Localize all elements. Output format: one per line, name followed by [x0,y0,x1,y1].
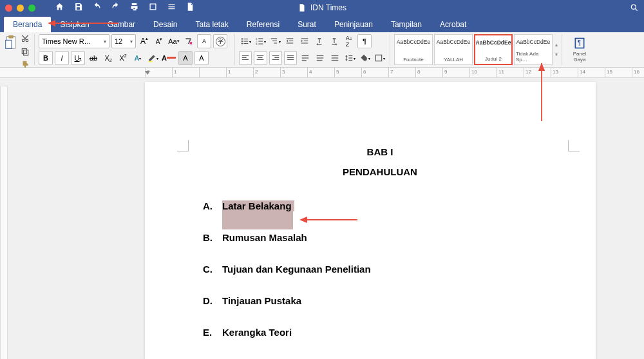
numbering-button[interactable]: 123▾ [254,35,267,48]
zoom-window[interactable] [28,5,35,12]
svg-rect-36 [272,55,279,56]
page-content[interactable]: BAB I PENDAHULUAN A. Latar Belakang B. R… [203,146,557,358]
font-group: Times New R…▾ 12▾ A▴ A▾ Aa▾ A 字 B I U▾ a… [39,34,235,65]
svg-rect-50 [332,60,339,61]
justify-low-button[interactable] [299,52,312,64]
superscript-button[interactable]: X2 [117,52,129,64]
svg-rect-26 [287,43,294,43]
print-icon[interactable] [129,2,139,14]
svg-rect-49 [332,57,339,58]
svg-rect-21 [270,38,276,39]
change-case-button[interactable]: Aa▾ [167,35,180,48]
style-judul2[interactable]: AaBbCcDdEe Judul 2 [474,34,513,65]
outline-item-c[interactable]: C. Tujuan dan Kegunaan Penelitian [203,264,557,275]
tab-acrobat[interactable]: Acrobat [431,17,475,32]
styles-scroll-down-icon[interactable]: ▾ [555,52,558,57]
multilevel-button[interactable]: ▾ [269,35,281,48]
style-footnote[interactable]: AaBbCcDdEe Footnote [394,34,433,65]
minimize-window[interactable] [17,5,24,12]
strike-button[interactable]: ab [87,52,100,64]
outline-item-d[interactable]: D. Tinjauan Pustaka [203,295,557,306]
copy-icon[interactable] [21,47,30,59]
page[interactable]: BAB I PENDAHULUAN A. Latar Belakang B. R… [145,82,596,359]
close-window[interactable] [5,5,12,12]
svg-point-11 [241,41,242,42]
align-right-button[interactable] [269,51,282,65]
justify-med-button[interactable] [314,52,327,64]
paragraph-group: ▾ 123▾ ▾ A↓Z ¶ ▾ ▾ ▾ [239,34,390,65]
redo-icon[interactable] [111,2,120,14]
rtl-button[interactable] [328,35,341,48]
ltr-button[interactable] [313,35,326,48]
underline-button[interactable]: U▾ [71,51,85,65]
font-color-button[interactable]: A [161,52,176,64]
tab-tampilan[interactable]: Tampilan [382,17,431,32]
highlight-button[interactable]: ▾ [146,52,159,64]
svg-text:¶: ¶ [578,39,581,46]
svg-rect-6 [22,48,26,53]
decrease-font-button[interactable]: A▾ [153,35,166,48]
styles-scroll-up-icon[interactable]: ▴ [555,42,558,48]
touch-mode-icon[interactable] [167,2,176,14]
svg-rect-42 [302,55,309,56]
svg-text:3: 3 [256,43,258,46]
align-center-button[interactable] [254,51,267,65]
font-name-select[interactable]: Times New R…▾ [39,34,109,48]
paste-button[interactable] [4,34,19,51]
increase-font-button[interactable]: A▴ [138,35,151,48]
justify-high-button[interactable] [328,52,341,64]
svg-rect-34 [258,57,263,58]
svg-rect-54 [375,55,381,61]
align-left-button[interactable] [239,51,252,65]
horizontal-ruler[interactable]: 211234567891011121314151617 [0,68,644,78]
outline-item-b[interactable]: B. Rumusan Masalah [203,232,557,243]
char-border-button[interactable]: A [194,51,209,65]
style-yallah[interactable]: AaBbCcDdEe YALLAH [434,34,473,65]
font-size-select[interactable]: 12▾ [111,34,136,48]
tab-tataletak[interactable]: Tata letak [186,17,237,32]
indent-increase-button[interactable] [298,35,311,48]
subscript-button[interactable]: X2 [102,52,115,64]
sort-button[interactable]: A↓Z [343,35,355,48]
svg-rect-39 [287,55,294,56]
outline-item-a[interactable]: A. Latar Belakang [203,200,557,211]
tab-peninjauan[interactable]: Peninjauan [325,17,382,32]
prev-page-edge [0,86,8,359]
tab-sisipkan[interactable]: Sisipkan [51,17,98,32]
tab-referensi[interactable]: Referensi [238,17,289,32]
search-icon[interactable] [630,3,639,12]
show-marks-button[interactable]: ¶ [357,34,372,48]
titlebar: IDN Times [0,0,644,15]
home-icon[interactable] [55,2,64,14]
bullets-button[interactable]: ▾ [239,35,252,48]
justify-button[interactable] [284,51,297,65]
indent-decrease-button[interactable] [283,35,296,48]
style-tidakadasp[interactable]: AaBbCcDdEe Tidak Ada Sp… [514,34,553,65]
tab-gambar[interactable]: Gambar [99,17,144,32]
svg-rect-52 [348,57,352,58]
char-shading-button[interactable]: A [178,51,193,65]
save-icon[interactable] [73,2,83,14]
italic-button[interactable]: I [55,51,69,65]
text-effects-button[interactable]: A▾ [131,52,144,64]
tab-surat[interactable]: Surat [289,17,325,32]
bold-button[interactable]: B [39,51,53,65]
chapter-subtitle[interactable]: PENDAHULUAN [203,166,557,177]
undo-icon[interactable] [92,2,102,14]
svg-rect-23 [274,43,277,43]
shading-button[interactable]: ▾ [358,52,371,64]
tab-beranda[interactable]: Beranda [4,17,51,32]
outline-item-e[interactable]: E. Kerangka Teori [203,327,557,338]
enclose-button[interactable]: 字 [213,34,227,48]
borders-button[interactable]: ▾ [373,52,386,64]
document-title: IDN Times [298,3,346,12]
phonetic-button[interactable]: A [197,34,211,48]
clear-format-button[interactable] [182,35,195,48]
styles-pane-button[interactable]: ¶ Panel Gaya [566,34,593,65]
tab-desain[interactable]: Desain [144,17,186,32]
cut-icon[interactable] [21,34,30,46]
file-icon[interactable] [185,2,195,14]
print-preview-icon[interactable] [148,2,158,14]
line-spacing-button[interactable]: ▾ [343,52,356,64]
chapter-heading[interactable]: BAB I [203,146,557,157]
